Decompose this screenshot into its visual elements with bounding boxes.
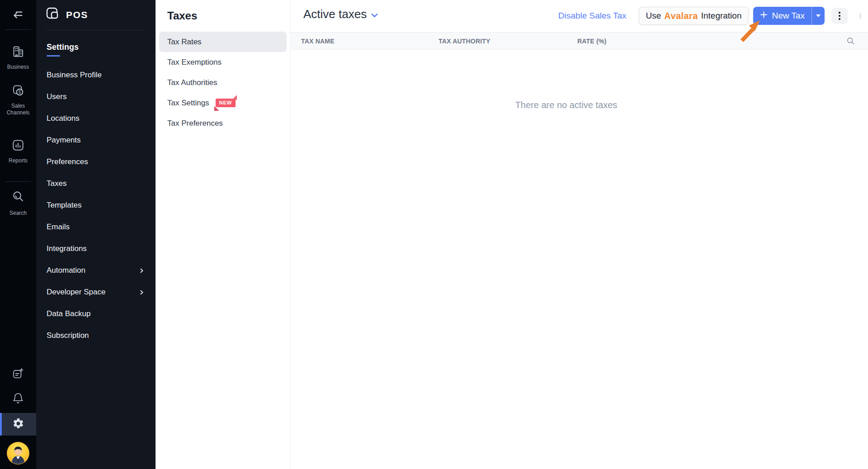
new-tax-dropdown-toggle[interactable] [811, 7, 825, 25]
sidebar-item-label: Automation [47, 266, 85, 275]
gear-icon [12, 417, 24, 431]
new-tax-button[interactable]: New Tax [753, 7, 811, 25]
panel-item-label: Tax Settings [167, 99, 209, 108]
sidebar-item-business-profile[interactable]: Business Profile [36, 64, 156, 86]
sidebar-item-payments[interactable]: Payments [36, 129, 156, 151]
app-logo[interactable]: POS [36, 0, 156, 30]
new-tax-button-label: New Tax [772, 11, 805, 21]
collapse-sidebar-icon[interactable] [10, 7, 26, 23]
sidebar-item-developer-space[interactable]: Developer Space [36, 281, 156, 303]
chevron-right-icon [139, 268, 145, 274]
avalara-button-prefix: Use [646, 11, 661, 21]
app-logo-text: POS [66, 9, 88, 20]
sidebar-item-label: Emails [47, 223, 70, 232]
rail-item-label: Business [7, 64, 29, 71]
whats-new-icon[interactable] [12, 367, 24, 380]
reports-icon [11, 138, 25, 154]
caret-down-icon [816, 14, 821, 17]
business-icon [11, 45, 25, 61]
panel-item-tax-settings[interactable]: Tax Settings NEW [159, 93, 287, 113]
sidebar-item-users[interactable]: Users [36, 86, 156, 108]
sidebar-item-label: Subscription [47, 331, 89, 340]
table-search-icon[interactable] [846, 37, 855, 45]
taxes-panel-list: Tax Rates Tax Exemptions Tax Authorities… [156, 32, 290, 133]
view-title-dropdown[interactable]: Active taxes [303, 7, 378, 21]
panel-item-tax-preferences[interactable]: Tax Preferences [159, 113, 287, 133]
sidebar-item-label: Templates [47, 201, 81, 210]
sidebar-heading: Settings [47, 43, 156, 52]
panel-item-label: Tax Rates [167, 38, 202, 47]
sidebar-item-label: Preferences [47, 157, 88, 166]
panel-item-tax-exemptions[interactable]: Tax Exemptions [159, 52, 287, 72]
kebab-menu-icon[interactable] [831, 8, 848, 24]
left-rail: Business $ Sales Channels Reports Search [0, 0, 36, 469]
avalara-logo-text: Avalara [664, 11, 698, 21]
table-header-row: TAX NAME TAX AUTHORITY RATE (%) [291, 32, 868, 50]
rail-divider [5, 181, 31, 182]
sidebar-item-label: Business Profile [47, 71, 102, 80]
column-header-tax-authority: TAX AUTHORITY [439, 38, 577, 45]
plus-icon [760, 11, 768, 21]
bell-icon[interactable] [12, 392, 24, 404]
panel-title: Taxes [167, 9, 290, 22]
settings-menu: Business Profile Users Locations Payment… [36, 64, 156, 346]
column-header-tax-name: TAX NAME [301, 38, 439, 45]
sidebar-item-label: Developer Space [47, 288, 105, 297]
rail-item-business[interactable]: Business [0, 45, 36, 71]
panel-item-label: Tax Authorities [167, 78, 217, 87]
sidebar-item-integrations[interactable]: Integrations [36, 238, 156, 260]
sidebar-item-label: Integrations [47, 244, 87, 253]
header-actions: Disable Sales Tax Use Avalara Integratio… [558, 7, 861, 25]
avalara-button-suffix: Integration [701, 11, 742, 21]
pos-settings-app: Business $ Sales Channels Reports Search [0, 0, 868, 469]
use-avalara-integration-button[interactable]: Use Avalara Integration [639, 7, 749, 25]
sidebar-item-emails[interactable]: Emails [36, 216, 156, 238]
sidebar-item-label: Payments [47, 136, 81, 145]
sidebar-divider [45, 30, 145, 30]
chevron-down-icon [371, 13, 378, 18]
rail-item-reports[interactable]: Reports [0, 138, 36, 164]
rail-item-search[interactable]: Search [0, 189, 36, 217]
sidebar-item-label: Data Backup [47, 309, 90, 318]
chevron-right-icon [139, 289, 145, 295]
rail-item-label: Reports [9, 157, 28, 165]
panel-item-label: Tax Exemptions [167, 58, 222, 67]
search-icon [11, 189, 25, 205]
view-title-label: Active taxes [303, 7, 367, 21]
sidebar-item-label: Taxes [47, 179, 66, 188]
dot [839, 12, 840, 14]
rail-item-settings-active[interactable] [0, 413, 36, 436]
edge-divider [860, 13, 861, 19]
rail-item-label: Search [9, 210, 27, 217]
settings-sidebar: POS Settings Business Profile Users Loca… [36, 0, 156, 469]
dot [839, 18, 840, 20]
pos-logo-icon [46, 7, 60, 23]
empty-state-message: There are no active taxes [291, 100, 842, 110]
column-header-rate: RATE (%) [577, 38, 846, 45]
sidebar-item-locations[interactable]: Locations [36, 108, 156, 129]
rail-item-sales-channels[interactable]: $ Sales Channels [0, 84, 36, 117]
panel-item-tax-authorities[interactable]: Tax Authorities [159, 72, 287, 93]
sidebar-heading-underline [47, 55, 60, 57]
sidebar-item-taxes[interactable]: Taxes [36, 173, 156, 194]
svg-text:$: $ [19, 90, 21, 95]
panel-item-tax-rates[interactable]: Tax Rates [159, 32, 287, 52]
panel-item-label: Tax Preferences [167, 119, 223, 128]
main-content: Active taxes Disable Sales Tax Use Avala… [291, 0, 868, 469]
rail-divider [5, 29, 31, 30]
new-tax-split-button: New Tax [753, 7, 825, 25]
sales-channels-icon: $ [11, 84, 25, 99]
new-badge: NEW [216, 99, 236, 107]
sidebar-item-label: Locations [47, 114, 80, 123]
taxes-panel: Taxes Tax Rates Tax Exemptions Tax Autho… [156, 0, 291, 469]
disable-sales-tax-link[interactable]: Disable Sales Tax [558, 11, 627, 21]
sidebar-item-subscription[interactable]: Subscription [36, 325, 156, 346]
sidebar-item-data-backup[interactable]: Data Backup [36, 303, 156, 325]
sidebar-item-templates[interactable]: Templates [36, 194, 156, 216]
sidebar-item-label: Users [47, 92, 66, 101]
user-avatar[interactable] [6, 441, 30, 465]
sidebar-item-automation[interactable]: Automation [36, 260, 156, 281]
rail-item-label: Sales Channels [0, 103, 36, 117]
sidebar-item-preferences[interactable]: Preferences [36, 151, 156, 173]
dot [839, 15, 840, 17]
